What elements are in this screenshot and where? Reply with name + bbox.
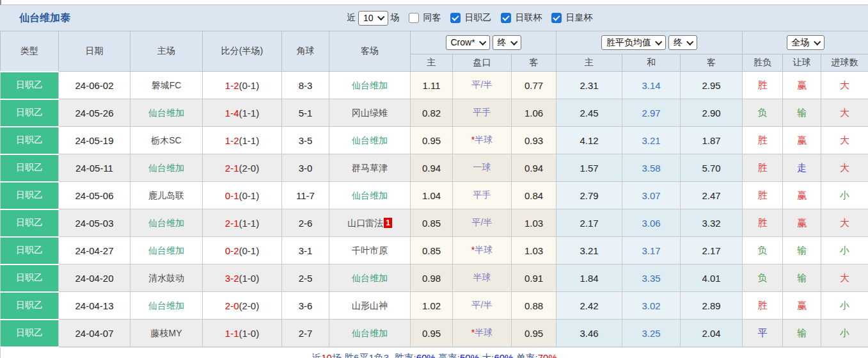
half-time-score: (0-1) [239,80,260,91]
half-time-score: (2-0) [239,163,260,174]
home-team-link[interactable]: 仙台维加 [148,163,184,173]
result-group-header: 全场 [743,31,868,54]
away-team-link[interactable]: 仙台维加 [352,135,388,145]
league-type-badge: 日职乙 [1,99,59,127]
ah-away-odds: 1.03 [512,237,556,264]
home-team-link[interactable]: 仙台维加 [148,108,184,118]
home-team-link[interactable]: 仙台维加 [148,218,184,228]
full-time-score: 2-1 [225,163,239,174]
away-team-link[interactable]: 山形山神 [352,300,388,311]
away-team-link[interactable]: 仙台维加 [352,328,388,338]
same-venue-label[interactable]: 同客 [423,12,441,24]
full-time-score: 3-2 [225,273,239,284]
col-header-score: 比分(半场) [203,31,282,72]
away-team-cell: 仙台维加 [329,320,411,347]
away-team-link[interactable]: 群马草津 [352,163,388,173]
away-team-link[interactable]: 仙台维加 [352,190,388,200]
handicap-result: 赢 [783,209,821,237]
away-team-link[interactable]: 仙台维加 [352,80,388,90]
summary-row: 近10场,胜6平1负3, 胜率:60% 赢率:50% 大:60% 单率:70% [1,347,868,358]
league-cup-checkbox[interactable] [501,13,511,23]
group-header-row: 类型 日期 主场 比分(半场) 角球 客场 Crow* 终 [1,31,868,54]
handicap-stage-dropdown[interactable]: 终 [493,35,521,50]
recent-label: 近 [347,12,356,24]
bookmaker-dropdown[interactable]: Crow* [446,35,490,50]
full-time-score: 0-1 [225,190,239,201]
away-team-link[interactable]: 千叶市原 [352,245,388,256]
title-bar: 仙台维加泰 近 10 场 同客 日职乙 日联杯 日皇杯 [0,5,868,31]
emperor-cup-label[interactable]: 日皇杯 [566,12,593,24]
score-cell: 1-1(1-0) [203,320,282,347]
table-row: 日职乙 24-06-02 磐城FC 1-2(0-1) 8-3 仙台维加 1.11… [1,72,868,99]
same-venue-checkbox[interactable] [409,13,419,23]
league-type-badge: 日职乙 [1,292,59,320]
draw-odds: 2.97 [622,99,681,127]
home-team-link[interactable]: 清水鼓动 [148,273,184,283]
home-team-link[interactable]: 仙台维加 [148,245,184,256]
half-time-score: (1-1) [239,135,260,146]
match-date: 24-05-19 [59,127,130,154]
summary-segment: 50% [460,352,479,358]
handicap-result: 赢 [783,127,821,154]
ah-home-odds: 0.85 [411,237,453,264]
league-j2-checkbox[interactable] [450,13,461,23]
away-team-cell: 仙台维加 [329,182,411,209]
goals-over-under: 大 [821,127,868,154]
draw-odds: 3.58 [622,154,681,182]
league-cup-label[interactable]: 日联杯 [516,12,542,24]
table-row: 日职乙 24-04-20 清水鼓动 3-2(1-0) 2-5 仙台维加 0.98… [1,264,868,292]
ah-away-odds: 0.77 [512,72,556,99]
match-date: 24-04-27 [59,237,130,264]
full-match-dropdown[interactable]: 全场 [787,35,825,50]
league-j2-label[interactable]: 日职乙 [465,12,492,24]
win-odds: 2.42 [556,292,622,320]
match-date: 24-06-02 [59,72,130,99]
match-date: 24-04-13 [59,292,130,320]
lose-odds: 2.04 [681,320,743,347]
summary-segment: 大: [479,352,494,358]
full-time-score: 1-4 [225,108,239,118]
home-team-link[interactable]: 藤枝MY [151,328,182,338]
away-team-cell: 山形山神 [329,292,411,320]
sub-header-ah-home: 主 [411,54,453,72]
score-cell: 1-2(1-1) [203,127,282,154]
goals-over-under: 大 [821,154,868,182]
ah-home-odds: 1.04 [411,182,453,209]
goals-over-under: 小 [821,292,868,320]
handicap-line: *半球 [453,127,512,154]
table-row: 日职乙 24-04-07 藤枝MY 1-1(1-0) 2-7 仙台维加 0.95… [1,320,868,347]
half-time-score: (1-0) [239,328,260,339]
draw-odds: 3.14 [622,72,681,99]
handicap-result: 赢 [783,292,821,320]
home-team-link[interactable]: 磐城FC [152,80,182,90]
league-type-badge: 日职乙 [1,264,59,292]
away-team-link[interactable]: 冈山绿雉 [352,108,388,118]
match-date: 24-05-11 [59,154,130,182]
lose-odds: 3.32 [681,209,743,237]
home-team-cell: 栃木SC [130,127,203,154]
odds-type-dropdown[interactable]: 胜平负均值 [601,35,666,50]
away-team-link[interactable]: 山口雷法 [347,218,383,228]
win-odds: 2.31 [556,72,622,99]
home-team-link[interactable]: 鹿儿岛联 [148,190,184,200]
chevron-down-icon [686,38,693,45]
half-time-score: (1-0) [239,273,260,284]
ah-home-odds: 0.95 [411,127,453,154]
full-time-score: 0-2 [225,245,239,256]
away-team-cell: 仙台维加 [329,264,411,292]
away-team-link[interactable]: 仙台维加 [352,273,388,283]
handicap-line: *半球 [453,237,512,264]
half-time-score: (0-1) [239,245,260,256]
emperor-cup-checkbox[interactable] [551,13,562,23]
home-team-link[interactable]: 仙台维加 [148,300,184,311]
ah-away-odds: 0.84 [512,182,556,209]
table-row: 日职乙 24-05-06 鹿儿岛联 0-1(0-1) 11-7 仙台维加 1.0… [1,182,868,209]
col-header-away: 客场 [329,31,411,72]
home-team-link[interactable]: 栃木SC [151,135,181,145]
odds-stage-dropdown[interactable]: 终 [668,35,697,50]
ah-away-odds: 0.93 [512,127,556,154]
match-result: 负 [743,264,783,292]
col-header-corner: 角球 [282,31,329,72]
recent-count-select[interactable]: 10 [358,11,388,26]
summary-segment: 单率: [513,352,537,358]
